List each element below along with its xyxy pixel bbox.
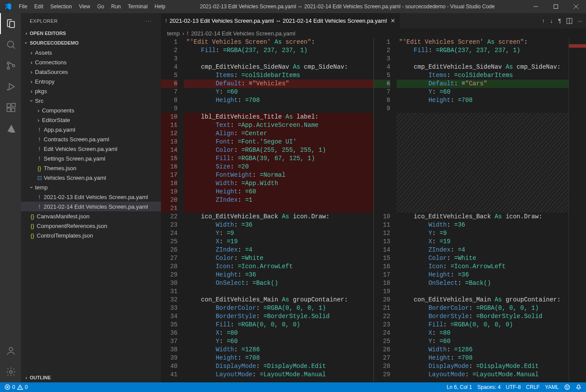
section-open-editors[interactable]: › OPEN EDITORS xyxy=(21,28,161,38)
status-feedback-icon[interactable] xyxy=(564,384,570,390)
chevron-right-icon: › xyxy=(35,117,42,123)
status-spaces[interactable]: Spaces: 4 xyxy=(477,384,500,390)
activity-extensions[interactable] xyxy=(0,97,21,118)
menu-go[interactable]: Go xyxy=(94,0,108,13)
yaml-icon: ! xyxy=(165,18,167,24)
tree-item-label: 2021-02-14 Edit Vehicles Screen.pa.yaml xyxy=(44,203,148,210)
yaml-icon: ! xyxy=(35,194,44,200)
code-right[interactable]: "'Edit Vehicles Screen' As screen": Fill… xyxy=(397,38,569,382)
diff-left-pane[interactable]: 123456−78910−11−12−13−14−15−16−17−18−19−… xyxy=(161,38,374,382)
sidebar-more-icon[interactable]: ··· xyxy=(146,18,152,24)
sidebar-title-label: EXPLORER xyxy=(30,18,58,24)
file-canvasmanifest.json[interactable]: {}CanvasManifest.json xyxy=(21,211,161,221)
yaml-icon: ! xyxy=(35,155,44,162)
menu-terminal[interactable]: Terminal xyxy=(124,0,151,13)
activity-explorer[interactable] xyxy=(0,13,21,34)
section-outline[interactable]: › OUTLINE xyxy=(21,373,161,382)
close-button[interactable] xyxy=(566,0,586,13)
activity-source-control[interactable] xyxy=(0,55,21,76)
file-componentreferences.json[interactable]: {}ComponentReferences.json xyxy=(21,221,161,231)
section-label: OUTLINE xyxy=(30,375,51,380)
folder-assets[interactable]: ›Assets xyxy=(21,48,161,57)
chevron-right-icon: › xyxy=(23,31,30,36)
yaml-icon: ! xyxy=(35,136,44,143)
json-icon: {} xyxy=(28,213,37,220)
menu-edit[interactable]: Edit xyxy=(31,0,47,13)
menu-selection[interactable]: Selection xyxy=(47,0,75,13)
breadcrumb-item[interactable]: 2021-02-14 Edit Vehicles Screen.pa.yaml xyxy=(191,30,295,37)
menu-run[interactable]: Run xyxy=(108,0,124,13)
svg-point-8 xyxy=(13,65,15,67)
tree-item-label: Settings Screen.pa.yaml xyxy=(44,155,105,162)
file-app.pa.yaml[interactable]: !App.pa.yaml xyxy=(21,125,161,134)
folder-pkgs[interactable]: ›pkgs xyxy=(21,86,161,96)
activity-bar xyxy=(0,13,21,382)
maximize-button[interactable] xyxy=(546,0,566,13)
svg-rect-10 xyxy=(7,104,10,107)
status-errors[interactable]: 0 0 xyxy=(4,384,28,390)
next-change-icon[interactable]: ↓ xyxy=(550,18,553,24)
toggle-whitespace-icon[interactable]: ¶ xyxy=(558,18,561,24)
code-left[interactable]: "'Edit Vehicles Screen' As screen": Fill… xyxy=(184,38,373,382)
status-notifications-icon[interactable] xyxy=(576,384,582,390)
breadcrumbs[interactable]: temp › ! 2021-02-14 Edit Vehicles Screen… xyxy=(161,28,586,38)
activity-settings[interactable] xyxy=(0,361,21,382)
json-icon: {} xyxy=(35,165,44,172)
status-encoding[interactable]: UTF-8 xyxy=(506,384,521,390)
activity-account[interactable] xyxy=(0,340,21,361)
folder-datasources[interactable]: ›DataSources xyxy=(21,67,161,77)
more-actions-icon[interactable]: ··· xyxy=(578,18,583,24)
folder-components[interactable]: ›Components xyxy=(21,105,161,115)
svg-line-5 xyxy=(13,46,15,49)
tree-item-label: pkgs xyxy=(35,88,47,94)
tabs-row: ! 2021-02-13 Edit Vehicles Screen.pa.yam… xyxy=(161,13,586,28)
tab-label: 2021-02-13 Edit Vehicles Screen.pa.yaml … xyxy=(170,18,387,24)
file-settings-screen.pa.yaml[interactable]: !Settings Screen.pa.yaml xyxy=(21,154,161,163)
activity-run-debug[interactable] xyxy=(0,76,21,97)
tree-item-label: DataSources xyxy=(35,69,68,75)
activity-search[interactable] xyxy=(0,34,21,55)
svg-point-23 xyxy=(566,386,567,387)
line-gutter: 123456+789101112131415161718192021222324… xyxy=(374,38,397,382)
file-2021-02-13-edit-vehicles-screen.pa.yaml[interactable]: !2021-02-13 Edit Vehicles Screen.pa.yaml xyxy=(21,192,161,202)
file-edit-vehicles-screen.pa.yaml[interactable]: !Edit Vehicles Screen.pa.yaml xyxy=(21,144,161,154)
menu-file[interactable]: File xyxy=(15,0,31,13)
menu-help[interactable]: Help xyxy=(151,0,169,13)
breadcrumb-item[interactable]: temp xyxy=(167,30,180,37)
folder-src[interactable]: ›Src xyxy=(21,96,161,105)
tree-item-label: ControlTemplates.json xyxy=(37,232,93,239)
tree-item-label: Assets xyxy=(35,49,52,56)
split-editor-icon[interactable] xyxy=(566,18,572,24)
file-2021-02-14-edit-vehicles-screen.pa.yaml[interactable]: !2021-02-14 Edit Vehicles Screen.pa.yaml xyxy=(21,202,161,211)
status-language[interactable]: YAML xyxy=(545,384,559,390)
status-cursor[interactable]: Ln 6, Col 1 xyxy=(446,384,472,390)
folder-connections[interactable]: ›Connections xyxy=(21,57,161,67)
menu-view[interactable]: View xyxy=(75,0,94,13)
section-label: SOURCECODEDEMO xyxy=(30,40,79,46)
tree-item-label: ComponentReferences.json xyxy=(37,223,107,229)
previous-change-icon[interactable]: ↑ xyxy=(542,18,545,24)
activity-azure[interactable] xyxy=(0,118,21,139)
folder-temp[interactable]: ›temp xyxy=(21,182,161,192)
close-icon[interactable]: ✕ xyxy=(391,18,395,24)
file-controltemplates.json[interactable]: {}ControlTemplates.json xyxy=(21,231,161,240)
file-themes.json[interactable]: {}Themes.json xyxy=(21,163,161,173)
tree-item-label: EditorState xyxy=(42,117,70,123)
file-vehicles-screen.pa.yaml[interactable]: ⊡Vehicles Screen.pa.yaml xyxy=(21,173,161,182)
folder-editorstate[interactable]: ›EditorState xyxy=(21,115,161,125)
explorer-sidebar: EXPLORER ··· › OPEN EDITORS › SOURCECODE… xyxy=(21,13,161,382)
minimize-button[interactable] xyxy=(526,0,546,13)
section-label: OPEN EDITORS xyxy=(30,31,66,36)
section-workspace[interactable]: › SOURCECODEDEMO xyxy=(21,38,161,48)
minimap[interactable] xyxy=(569,38,586,382)
yaml-icon: ! xyxy=(35,126,44,133)
diff-editor[interactable]: 123456−78910−11−12−13−14−15−16−17−18−19−… xyxy=(161,38,586,382)
yaml-icon: ! xyxy=(187,30,188,37)
diff-right-pane[interactable]: 123456+789101112131415161718192021222324… xyxy=(374,38,586,382)
svg-rect-11 xyxy=(7,108,10,112)
folder-entropy[interactable]: ›Entropy xyxy=(21,77,161,86)
status-eol[interactable]: CRLF xyxy=(526,384,540,390)
editor-tab[interactable]: ! 2021-02-13 Edit Vehicles Screen.pa.yam… xyxy=(161,13,400,28)
tree-item-label: Contracts Screen.pa.yaml xyxy=(44,136,109,143)
file-contracts-screen.pa.yaml[interactable]: !Contracts Screen.pa.yaml xyxy=(21,134,161,144)
